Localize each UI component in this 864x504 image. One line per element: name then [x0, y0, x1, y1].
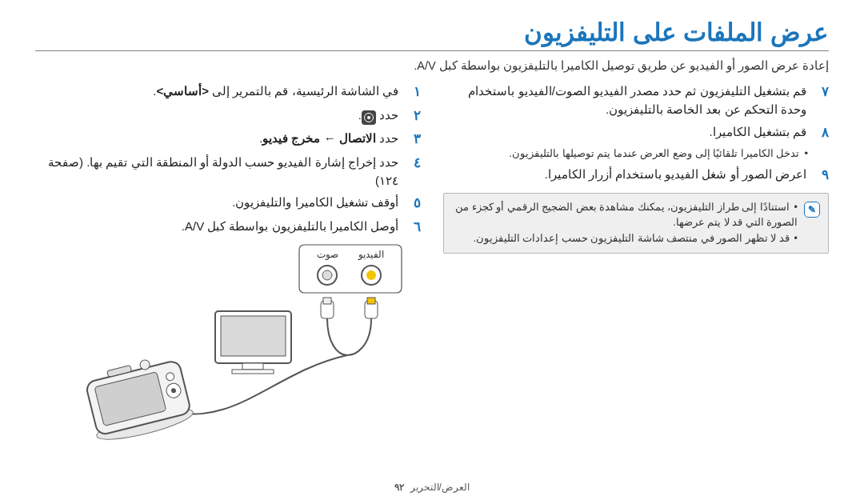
step-number: ٤ [406, 153, 421, 174]
right-column: ١ في الشاشة الرئيسية، قم بالتمرير إلى <أ… [35, 78, 421, 470]
two-columns: ١ في الشاشة الرئيسية، قم بالتمرير إلى <أ… [35, 78, 829, 470]
footer-section: العرض/التحرير [410, 482, 470, 493]
video-label: الفيديو [358, 249, 384, 260]
diagram-svg: الفيديو صوت [35, 243, 411, 467]
step-number: ٢ [406, 106, 421, 126]
intro-text: إعادة عرض الصور أو الفيديو عن طريق توصيل… [35, 59, 829, 72]
step-number: ٩ [814, 165, 829, 186]
step-4: ٤ حدد إخراج إشارة الفيديو حسب الدولة أو … [35, 153, 421, 190]
step-number: ١ [406, 82, 421, 102]
step-text: قم بتشغيل التليفزيون ثم حدد مصدر الفيديو… [443, 82, 806, 119]
note-icon: ✎ [804, 202, 820, 218]
step-6: ٦ أوصل الكاميرا بالتليفزيون بواسطة كبل A… [35, 217, 421, 238]
arrow-text: ← [320, 131, 338, 145]
note-box: ✎ استنادًا إلى طراز التليفزيون، يمكنك مش… [443, 193, 829, 254]
note-item: استنادًا إلى طراز التليفزيون، يمكنك مشاه… [449, 200, 798, 231]
step-9: ٩ اعرض الصور أو شغل الفيديو باستخدام أزر… [443, 165, 829, 186]
manual-page: عرض الملفات على التليفزيون إعادة عرض الص… [0, 0, 864, 504]
audio-plug-icon [321, 298, 334, 318]
step-text: حدد . [35, 106, 398, 124]
svg-rect-13 [232, 370, 274, 374]
step-8: ٨ قم بتشغيل الكاميرا. [443, 122, 829, 143]
step-text: اعرض الصور أو شغل الفيديو باستخدام أزرار… [443, 165, 806, 183]
step-text: أوقف تشغيل الكاميرا والتليفزيون. [35, 193, 398, 211]
step-2: ٢ حدد . [35, 106, 421, 126]
av-connection-diagram: الفيديو صوت [35, 243, 421, 470]
settings-icon [362, 110, 376, 125]
left-column: ٧ قم بتشغيل التليفزيون ثم حدد مصدر الفيد… [443, 78, 829, 470]
step-number: ٦ [406, 217, 421, 238]
svg-point-4 [322, 270, 332, 280]
text-bold: الاتصال [339, 131, 376, 145]
svg-rect-11 [221, 316, 286, 356]
text-bold: مخرج فيديو [262, 131, 320, 145]
step-5: ٥ أوقف تشغيل الكاميرا والتليفزيون. [35, 193, 421, 214]
text-bold: <أساسي> [156, 84, 209, 98]
step-text: حدد إخراج إشارة الفيديو حسب الدولة أو ال… [35, 153, 398, 190]
step-number: ٥ [406, 193, 421, 214]
footer-page-number: ٩٢ [394, 482, 404, 493]
text-fragment: حدد [376, 108, 398, 122]
svg-point-2 [366, 270, 376, 280]
tv-icon [215, 311, 291, 374]
step-text: أوصل الكاميرا بالتليفزيون بواسطة كبل A/V… [35, 217, 398, 235]
step-3: ٣ حدد الاتصال ← مخرج فيديو. [35, 129, 421, 150]
svg-rect-12 [242, 363, 263, 370]
audio-label: صوت [317, 249, 338, 260]
video-plug-icon [365, 298, 378, 318]
svg-rect-8 [323, 298, 331, 304]
step-text: حدد الاتصال ← مخرج فيديو. [35, 129, 398, 147]
text-fragment: حدد [376, 131, 398, 145]
step-text: في الشاشة الرئيسية، قم بالتمرير إلى <أسا… [35, 82, 398, 100]
step-number: ٨ [814, 122, 829, 143]
step-1: ١ في الشاشة الرئيسية، قم بالتمرير إلى <أ… [35, 82, 421, 102]
note-item: قد لا تظهر الصور في منتصف شاشة التليفزيو… [449, 231, 798, 246]
step-text: قم بتشغيل الكاميرا. [443, 122, 806, 141]
camera-icon [82, 351, 195, 445]
step-number: ٣ [406, 129, 421, 150]
svg-rect-6 [367, 298, 375, 304]
svg-rect-0 [299, 245, 402, 293]
title-rule [35, 50, 829, 51]
step-8-note: تدخل الكاميرا تلقائيًا إلى وضع العرض عند… [443, 146, 829, 162]
note-list: استنادًا إلى طراز التليفزيون، يمكنك مشاه… [449, 200, 798, 246]
step-7: ٧ قم بتشغيل التليفزيون ثم حدد مصدر الفيد… [443, 82, 829, 119]
step-number: ٧ [814, 82, 829, 102]
page-footer: العرض/التحرير ٩٢ [0, 482, 864, 493]
page-title: عرض الملفات على التليفزيون [35, 18, 829, 47]
text-fragment: في الشاشة الرئيسية، قم بالتمرير إلى [209, 84, 398, 98]
